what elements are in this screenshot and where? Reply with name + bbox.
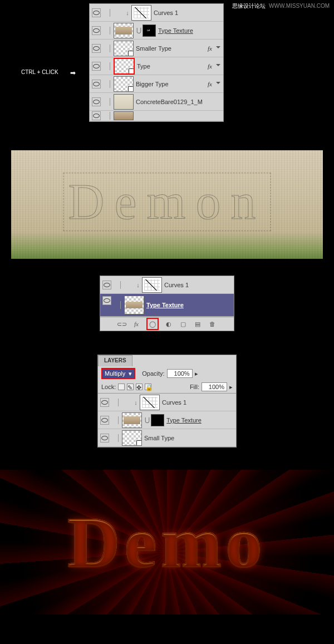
visibility-icon[interactable]: [102, 296, 111, 305]
arrow-right-icon: ➡: [70, 69, 76, 77]
ctrl-click-label: CTRL + CLICK: [21, 69, 58, 75]
new-layer-icon[interactable]: ▤: [193, 319, 202, 328]
visibility-icon[interactable]: [92, 62, 101, 71]
fx-badge[interactable]: fx: [208, 63, 212, 70]
layer-name[interactable]: Type Texture: [146, 302, 184, 308]
layer-name[interactable]: Curves 1: [154, 9, 178, 16]
smart-object-icon: [128, 86, 134, 92]
link-icon: ↓: [125, 9, 130, 16]
layer-mask[interactable]: [151, 414, 164, 426]
fx-icon[interactable]: fx: [132, 319, 141, 328]
chevron-down-icon[interactable]: [215, 81, 221, 87]
visibility-icon[interactable]: [100, 416, 109, 425]
layer-thumb[interactable]: [114, 76, 134, 92]
chevron-right-icon[interactable]: ▸: [195, 370, 198, 377]
layer-name[interactable]: Curves 1: [162, 399, 186, 406]
layer-thumb[interactable]: [114, 94, 134, 110]
lock-transparency-icon[interactable]: [118, 384, 125, 390]
layer-row[interactable]: Type fx: [90, 57, 223, 75]
layer-name[interactable]: Bigger Type: [136, 81, 169, 87]
layer-row[interactable]: Bigger Type fx: [90, 75, 223, 93]
visibility-icon[interactable]: [92, 44, 101, 53]
layer-name[interactable]: ConcreteBare0129_1_M: [136, 99, 203, 105]
visibility-icon[interactable]: [100, 434, 109, 443]
adjustment-thumb[interactable]: [142, 277, 162, 293]
layer-row[interactable]: Small Type: [98, 429, 236, 447]
smart-object-icon: [136, 440, 142, 446]
layer-row[interactable]: ConcreteBare0129_1_M: [90, 93, 223, 111]
fx-badge[interactable]: fx: [208, 45, 212, 52]
chevron-down-icon[interactable]: [215, 46, 221, 51]
layer-row[interactable]: ↓ Curves 1: [98, 394, 236, 411]
chevron-right-icon[interactable]: ▸: [229, 384, 233, 391]
visibility-icon[interactable]: [92, 97, 101, 106]
layer-name[interactable]: Type Texture: [166, 417, 202, 424]
layer-name[interactable]: Smaller Type: [136, 45, 171, 52]
blend-mode-select[interactable]: Multiply▾: [101, 368, 135, 379]
layer-thumb[interactable]: [122, 430, 142, 446]
lock-pixels-icon[interactable]: ✎: [127, 384, 134, 390]
mask-icon[interactable]: ◯: [146, 318, 159, 330]
layer-row[interactable]: [90, 111, 223, 121]
texture-preview: Demon: [11, 150, 323, 259]
opacity-label: Opacity:: [142, 370, 164, 377]
adjustment-icon[interactable]: ◐: [164, 319, 173, 328]
gold-text: Demo: [68, 500, 267, 584]
layer-thumb[interactable]: [114, 41, 134, 56]
demon-selection-outline: Demon: [63, 173, 271, 231]
layer-row[interactable]: Smaller Type fx: [90, 40, 223, 57]
visibility-icon[interactable]: [92, 26, 101, 35]
layer-name[interactable]: Type Texture: [158, 27, 193, 34]
link-icon: ⋃: [136, 27, 141, 34]
link-icon: ↓: [133, 399, 139, 406]
layer-thumb[interactable]: [124, 296, 144, 314]
fill-label: Fill:: [190, 384, 199, 390]
layer-thumb[interactable]: [114, 23, 134, 38]
layers-panel-2: ↓ Curves 1 Type Texture ⊂⊃ fx ◯ ◐ ▢ ▤ 🗑: [100, 276, 234, 331]
adjustment-thumb[interactable]: [140, 395, 160, 410]
lock-position-icon[interactable]: ✥: [136, 384, 143, 390]
visibility-icon[interactable]: [102, 281, 111, 289]
visibility-icon[interactable]: [92, 8, 101, 17]
layer-name[interactable]: Small Type: [144, 435, 174, 441]
fx-badge[interactable]: fx: [208, 81, 212, 87]
link-icon: ↓: [135, 282, 141, 288]
visibility-icon[interactable]: [92, 111, 101, 120]
layer-name[interactable]: Curves 1: [164, 282, 189, 288]
layer-thumb[interactable]: [122, 412, 142, 428]
final-result-preview: Demo: [0, 470, 334, 614]
fill-value[interactable]: 100%: [202, 382, 227, 391]
layers-panel-1: ↓ Curves 1 ⋃ ᴰᴱ Type Texture Smaller Typ…: [89, 3, 224, 122]
layer-row[interactable]: ↓ Curves 1: [90, 4, 223, 22]
layer-name[interactable]: Type: [137, 63, 150, 70]
layers-tab[interactable]: LAYERS: [98, 355, 132, 366]
layer-row[interactable]: ⋃ ᴰᴱ Type Texture: [90, 22, 223, 40]
folder-icon[interactable]: ▢: [179, 319, 188, 328]
trash-icon[interactable]: 🗑: [208, 319, 217, 328]
link-icon[interactable]: ⊂⊃: [117, 319, 126, 328]
layer-thumb-highlighted[interactable]: [114, 58, 135, 75]
smart-object-icon: [129, 68, 134, 74]
layer-row[interactable]: ⋃ Type Texture: [98, 411, 236, 429]
visibility-icon[interactable]: [92, 80, 101, 89]
lock-label: Lock:: [101, 384, 116, 390]
layers-panel-3: LAYERS Multiply▾ Opacity: 100% ▸ Lock: ✎…: [97, 355, 237, 448]
link-icon: ⋃: [144, 416, 150, 424]
layer-row-selected[interactable]: Type Texture: [100, 294, 234, 317]
layer-mask[interactable]: ᴰᴱ: [143, 24, 156, 37]
layers-toolbar: ⊂⊃ fx ◯ ◐ ▢ ▤ 🗑: [100, 317, 234, 331]
lock-all-icon[interactable]: 🔒: [145, 384, 151, 390]
smart-object-icon: [128, 51, 134, 56]
layer-row[interactable]: ↓ Curves 1: [100, 276, 234, 294]
chevron-down-icon[interactable]: [215, 63, 221, 69]
adjustment-thumb[interactable]: [131, 5, 151, 21]
visibility-icon[interactable]: [100, 398, 109, 407]
opacity-value[interactable]: 100%: [167, 369, 193, 378]
layer-thumb[interactable]: [114, 111, 134, 120]
